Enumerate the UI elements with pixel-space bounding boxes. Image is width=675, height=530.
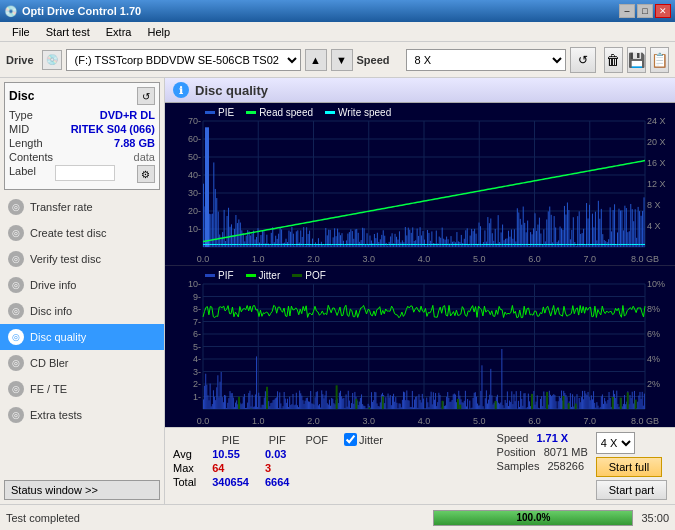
cd-bler-label: CD Bler xyxy=(30,357,69,369)
charts-area: PIE Read speed Write speed xyxy=(165,103,675,427)
statusbar: Test completed 100.0% 35:00 xyxy=(0,504,675,530)
disc-mid-label: MID xyxy=(9,123,29,135)
speed-info: Speed 1.71 X Position 8071 MB Samples 25… xyxy=(497,432,588,472)
toolbar: Drive 💿 (F:) TSSTcorp BDDVDW SE-506CB TS… xyxy=(0,42,675,78)
titlebar-controls: – □ ✕ xyxy=(619,4,671,18)
menubar: File Start test Extra Help xyxy=(0,22,675,42)
total-jitter xyxy=(344,475,399,489)
stats-table: PIE PIF POF Jitter xyxy=(173,432,489,489)
speed-label: Speed xyxy=(357,54,390,66)
sidebar-item-cd-bler[interactable]: ◎ CD Bler xyxy=(0,350,164,376)
sidebar-item-verify-test-disc[interactable]: ◎ Verify test disc xyxy=(0,246,164,272)
speed-section: 8 X ↺ xyxy=(406,47,596,73)
sidebar-item-disc-info[interactable]: ◎ Disc info xyxy=(0,298,164,324)
jitter-checkbox[interactable] xyxy=(344,433,357,446)
start-full-button[interactable]: Start full xyxy=(596,457,662,477)
disc-label-label: Label xyxy=(9,165,36,183)
menu-extra[interactable]: Extra xyxy=(98,24,140,40)
extra-tests-icon: ◎ xyxy=(8,407,24,423)
disc-quality-label: Disc quality xyxy=(30,331,86,343)
status-window-button[interactable]: Status window >> xyxy=(4,480,160,500)
disc-panel-title: Disc xyxy=(9,89,34,103)
close-button[interactable]: ✕ xyxy=(655,4,671,18)
avg-pif: 0.03 xyxy=(265,447,305,461)
max-pif: 3 xyxy=(265,461,305,475)
content-area: ℹ Disc quality PIE Read speed xyxy=(165,78,675,504)
disc-length-row: Length 7.88 GB xyxy=(9,137,155,149)
disc-panel: Disc ↺ Type DVD+R DL MID RITEK S04 (066)… xyxy=(4,82,160,190)
verify-test-disc-icon: ◎ xyxy=(8,251,24,267)
disc-label-btn[interactable]: ⚙ xyxy=(137,165,155,183)
jitter-checkbox-container: Jitter xyxy=(344,433,383,446)
sidebar-item-drive-info[interactable]: ◎ Drive info xyxy=(0,272,164,298)
menu-start-test[interactable]: Start test xyxy=(38,24,98,40)
drive-info-label: Drive info xyxy=(30,279,76,291)
stats-avg-row: Avg 10.55 0.03 xyxy=(173,447,399,461)
position-value: 8071 MB xyxy=(544,446,588,458)
action-area: 4 X Start full Start part xyxy=(596,432,667,500)
legend-read-color xyxy=(246,111,256,114)
legend-pif-color xyxy=(205,274,215,277)
fe-te-label: FE / TE xyxy=(30,383,67,395)
chart2-legend: PIF Jitter POF xyxy=(205,270,326,281)
transfer-rate-icon: ◎ xyxy=(8,199,24,215)
disc-label-input[interactable] xyxy=(55,165,115,181)
sidebar-item-extra-tests[interactable]: ◎ Extra tests xyxy=(0,402,164,428)
drive-icon: 💿 xyxy=(42,50,62,70)
legend-pie-color xyxy=(205,111,215,114)
menu-file[interactable]: File xyxy=(4,24,38,40)
sidebar-item-transfer-rate[interactable]: ◎ Transfer rate xyxy=(0,194,164,220)
speed-value: 1.71 X xyxy=(536,432,568,444)
pie-chart-container: PIE Read speed Write speed xyxy=(165,103,675,266)
total-label: Total xyxy=(173,475,212,489)
maximize-button[interactable]: □ xyxy=(637,4,653,18)
erase-button[interactable]: 🗑 xyxy=(604,47,623,73)
create-test-disc-label: Create test disc xyxy=(30,227,106,239)
stats-total-row: Total 340654 6664 xyxy=(173,475,399,489)
minimize-button[interactable]: – xyxy=(619,4,635,18)
stats-max-row: Max 64 3 xyxy=(173,461,399,475)
legend-write: Write speed xyxy=(325,107,391,118)
menu-help[interactable]: Help xyxy=(139,24,178,40)
refresh-button[interactable]: ↺ xyxy=(570,47,596,73)
disc-contents-label: Contents xyxy=(9,151,53,163)
burn-button[interactable]: 💾 xyxy=(627,47,646,73)
sidebar-item-disc-quality[interactable]: ◎ Disc quality xyxy=(0,324,164,350)
legend-read: Read speed xyxy=(246,107,313,118)
disc-info-label: Disc info xyxy=(30,305,72,317)
col-header-pof: POF xyxy=(305,432,344,447)
speed-row: Speed 1.71 X xyxy=(497,432,588,444)
disc-contents-value: data xyxy=(134,151,155,163)
sidebar-item-create-test-disc[interactable]: ◎ Create test disc xyxy=(0,220,164,246)
action-speed-select[interactable]: 4 X xyxy=(596,432,635,454)
disc-mid-value: RITEK S04 (066) xyxy=(71,123,155,135)
speed-dropdown[interactable]: 8 X xyxy=(406,49,566,71)
start-part-button[interactable]: Start part xyxy=(596,480,667,500)
col-header-jitter: Jitter xyxy=(344,432,399,447)
sidebar-item-fe-te[interactable]: ◎ FE / TE xyxy=(0,376,164,402)
save-button[interactable]: 📋 xyxy=(650,47,669,73)
legend-jitter: Jitter xyxy=(246,270,281,281)
drive-arrow-down[interactable]: ▼ xyxy=(331,49,353,71)
disc-quality-header: ℹ Disc quality xyxy=(165,78,675,103)
avg-jitter xyxy=(344,447,399,461)
drive-dropdown[interactable]: (F:) TSSTcorp BDDVDW SE-506CB TS02 xyxy=(66,49,301,71)
samples-row: Samples 258266 xyxy=(497,460,588,472)
drive-label: Drive xyxy=(6,54,34,66)
create-test-disc-icon: ◎ xyxy=(8,225,24,241)
chart1-legend: PIE Read speed Write speed xyxy=(205,107,391,118)
disc-mid-row: MID RITEK S04 (066) xyxy=(9,123,155,135)
col-header-empty xyxy=(173,432,212,447)
progress-text: 100.0% xyxy=(434,511,632,525)
drive-select-area: 💿 (F:) TSSTcorp BDDVDW SE-506CB TS02 ▲ ▼ xyxy=(42,49,353,71)
max-label: Max xyxy=(173,461,212,475)
disc-contents-row: Contents data xyxy=(9,151,155,163)
titlebar: 💿 Opti Drive Control 1.70 – □ ✕ xyxy=(0,0,675,22)
total-pif: 6664 xyxy=(265,475,305,489)
fe-te-icon: ◎ xyxy=(8,381,24,397)
drive-arrow-up[interactable]: ▲ xyxy=(305,49,327,71)
disc-refresh-button[interactable]: ↺ xyxy=(137,87,155,105)
samples-label: Samples xyxy=(497,460,540,472)
col-header-pie: PIE xyxy=(212,432,265,447)
cd-bler-icon: ◎ xyxy=(8,355,24,371)
